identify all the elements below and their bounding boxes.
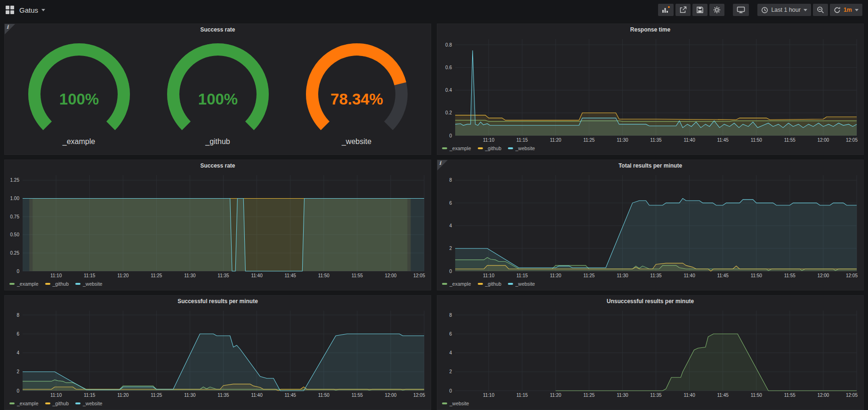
svg-text:0.8: 0.8 [445,42,452,48]
legend-item[interactable]: _github [478,145,501,151]
legend-item[interactable]: _website [442,401,469,406]
gauge-github: 100% _github [161,41,274,146]
chevron-down-icon [804,9,807,11]
svg-text:11:25: 11:25 [583,137,595,143]
legend-item[interactable]: _example [442,145,471,151]
legend-swatch [75,402,80,404]
svg-text:12:05: 12:05 [413,393,425,398]
svg-text:12:00: 12:00 [817,393,829,398]
response-time-chart[interactable]: 00.20.40.60.811:1011:1511:2011:2511:3011… [437,35,863,144]
dashboard-grid: i Success rate 100% _example 100% _githu… [0,20,868,410]
svg-text:11:35: 11:35 [217,273,229,278]
tv-mode-button[interactable] [733,4,749,16]
legend-item[interactable]: _example [442,281,471,287]
svg-text:6: 6 [449,201,452,206]
legend-swatch [478,283,483,285]
legend-swatch [9,283,15,285]
refresh-interval-label: 1m [844,7,852,13]
svg-text:11:50: 11:50 [318,393,330,398]
zoom-out-button[interactable] [813,4,828,16]
legend-item[interactable]: _website [75,401,102,406]
svg-text:11:55: 11:55 [784,273,796,278]
monitor-icon [737,6,745,14]
legend-item[interactable]: _website [75,281,102,287]
svg-text:11:45: 11:45 [285,273,297,278]
time-range-label: Last 1 hour [771,7,801,13]
gauge-label: _website [342,137,371,146]
legend-swatch [442,402,447,404]
success-rate-chart[interactable]: 00.250.500.751.001.2511:1011:1511:2011:2… [5,171,431,280]
settings-button[interactable] [709,4,724,16]
legend-swatch [508,283,513,285]
svg-text:11:10: 11:10 [483,137,495,143]
gauge-arc-website: 78.34% [300,41,413,137]
chart-svg: 0246811:1011:1511:2011:2511:3011:3511:40… [437,307,863,399]
unsuccessful-results-chart[interactable]: 0246811:1011:1511:2011:2511:3011:3511:40… [437,307,863,399]
add-panel-button[interactable] [658,4,674,16]
dashboard-title-dropdown[interactable]: Gatus [19,6,45,14]
svg-text:11:45: 11:45 [285,393,297,398]
svg-text:0.25: 0.25 [10,250,20,256]
chart-svg: 0246811:1011:1511:2011:2511:3011:3511:40… [437,171,863,280]
svg-text:11:25: 11:25 [583,273,595,278]
panel-info-icon[interactable]: i [5,24,15,34]
svg-text:11:45: 11:45 [717,273,729,278]
svg-text:4: 4 [449,350,452,355]
panel-title[interactable]: Unsuccessful results per minute [437,296,863,307]
legend-item[interactable]: _example [9,401,39,406]
svg-text:11:55: 11:55 [784,137,796,143]
svg-text:11:15: 11:15 [84,273,96,278]
svg-text:12:05: 12:05 [413,273,425,278]
legend-item[interactable]: _github [45,401,69,406]
dashboard-grid-icon[interactable] [6,6,14,14]
chart-legend: _example_github_website [437,144,863,154]
svg-text:6: 6 [16,331,19,337]
gauge-arc-example: 100% [23,41,136,137]
svg-text:0.75: 0.75 [10,214,20,219]
panel-title[interactable]: Success rate [5,24,431,35]
chart-legend: _example_github_website [5,280,431,290]
svg-text:11:40: 11:40 [683,393,695,398]
gauge-label: _example [63,137,95,146]
svg-text:1.25: 1.25 [10,177,20,183]
legend-item[interactable]: _github [45,281,69,287]
panel-info-icon[interactable]: i [437,160,448,170]
legend-item[interactable]: _website [508,145,535,151]
legend-item[interactable]: _example [9,281,39,287]
gear-icon [713,6,721,14]
share-button[interactable] [675,4,691,16]
legend-swatch [45,283,50,285]
panel-title[interactable]: Success rate [5,160,431,171]
svg-text:11:50: 11:50 [751,137,763,143]
time-range-button[interactable]: Last 1 hour [757,4,811,16]
svg-text:0.4: 0.4 [445,88,452,93]
legend-item[interactable]: _website [508,281,535,287]
save-button[interactable] [692,4,707,16]
panel-title[interactable]: Successful results per minute [5,296,431,307]
panel-title[interactable]: Total results per minute [437,160,863,171]
svg-text:11:30: 11:30 [617,137,628,143]
refresh-interval-button[interactable]: 1m [830,4,862,16]
svg-text:11:40: 11:40 [683,137,695,143]
svg-text:11:55: 11:55 [352,393,363,398]
svg-text:0: 0 [16,388,19,394]
svg-text:11:55: 11:55 [784,393,796,398]
add-panel-icon [662,6,670,14]
panel-title[interactable]: Response time [437,24,863,35]
svg-text:0.50: 0.50 [10,232,20,237]
gauge-arc-github: 100% [161,41,274,137]
svg-text:4: 4 [449,223,452,228]
dashboard-title: Gatus [19,6,38,14]
svg-text:0: 0 [449,388,452,394]
successful-results-chart[interactable]: 0246811:1011:1511:2011:2511:3011:3511:40… [5,307,431,399]
svg-text:11:50: 11:50 [751,393,763,398]
svg-text:11:25: 11:25 [151,393,162,398]
legend-item[interactable]: _github [478,281,501,287]
panel-successful-results: Successful results per minute 0246811:10… [4,295,431,410]
svg-text:12:00: 12:00 [385,393,396,398]
svg-text:2: 2 [449,246,452,251]
total-results-chart[interactable]: 0246811:1011:1511:2011:2511:3011:3511:40… [437,171,863,280]
svg-text:12:05: 12:05 [846,137,858,143]
legend-swatch [75,283,80,285]
svg-text:11:15: 11:15 [84,393,96,398]
